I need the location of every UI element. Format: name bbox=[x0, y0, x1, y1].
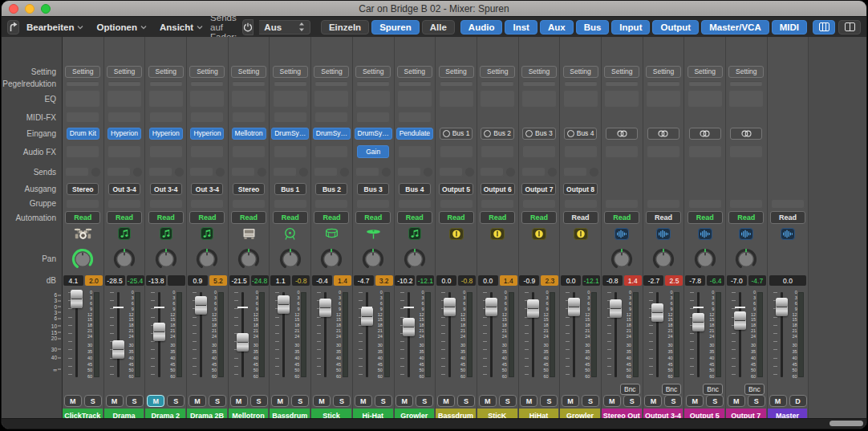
automation-button[interactable]: Read bbox=[107, 211, 142, 224]
fader-track[interactable] bbox=[739, 292, 741, 377]
eq-slot[interactable] bbox=[273, 90, 308, 108]
output-button[interactable]: Out 3-4 bbox=[108, 183, 140, 195]
input-button[interactable]: DrumSy… bbox=[271, 128, 309, 140]
volume-value[interactable]: 0.0 bbox=[436, 275, 456, 286]
fader-handle[interactable] bbox=[153, 323, 165, 341]
volume-value[interactable]: -10.2 bbox=[395, 275, 415, 286]
audio-fx-slot[interactable] bbox=[232, 145, 266, 158]
mute-button[interactable]: M bbox=[395, 395, 413, 407]
volume-value[interactable]: -2.7 bbox=[643, 275, 663, 286]
automation-button[interactable]: Read bbox=[480, 211, 515, 224]
automation-button[interactable]: Read bbox=[231, 211, 266, 224]
volume-value[interactable]: -7.0 bbox=[727, 275, 747, 286]
sends-on-fader-power-button[interactable] bbox=[242, 19, 254, 35]
mute-button[interactable]: M bbox=[355, 395, 372, 407]
send-knob[interactable] bbox=[299, 168, 308, 177]
solo-button[interactable]: S bbox=[623, 395, 641, 407]
input-button[interactable]: Drum Kit bbox=[67, 128, 99, 140]
mute-button[interactable]: M bbox=[271, 395, 289, 407]
send-slot[interactable] bbox=[273, 167, 297, 177]
audio-fx-slot[interactable] bbox=[729, 145, 763, 158]
filter-button-midi[interactable]: MIDI bbox=[772, 20, 807, 35]
input-button[interactable]: Hyperion bbox=[107, 128, 141, 140]
pan-knob[interactable] bbox=[319, 246, 343, 271]
eq-slot[interactable] bbox=[314, 90, 349, 108]
automation-button[interactable]: Read bbox=[770, 211, 805, 224]
automation-button[interactable]: Read bbox=[646, 211, 681, 224]
send-knob[interactable] bbox=[175, 168, 184, 177]
send-slot[interactable] bbox=[107, 167, 131, 177]
eq-slot[interactable] bbox=[107, 90, 142, 108]
output-button[interactable]: Output 8 bbox=[563, 183, 598, 195]
audio-fx-slot[interactable] bbox=[522, 145, 556, 158]
mute-button[interactable]: M bbox=[230, 395, 248, 407]
pan-knob[interactable] bbox=[610, 246, 634, 271]
fader-track[interactable] bbox=[697, 292, 700, 377]
group-slot[interactable] bbox=[481, 199, 514, 209]
audio-fx-slot[interactable] bbox=[440, 145, 473, 158]
eq-slot[interactable] bbox=[189, 90, 225, 108]
mute-button[interactable]: M bbox=[106, 395, 124, 407]
solo-button[interactable]: S bbox=[167, 395, 185, 407]
fader-handle[interactable] bbox=[527, 299, 539, 318]
volume-value[interactable]: 1.1 bbox=[270, 275, 290, 286]
pan-knob[interactable] bbox=[651, 246, 675, 271]
setting-button[interactable]: Setting bbox=[480, 66, 515, 78]
eq-slot[interactable] bbox=[480, 90, 515, 108]
volume-value[interactable]: -28.5 bbox=[105, 275, 125, 286]
peak-level-value[interactable]: 5.2 bbox=[209, 275, 227, 286]
send-knob[interactable] bbox=[548, 168, 557, 177]
solo-button[interactable]: S bbox=[126, 395, 144, 407]
format-button[interactable] bbox=[730, 128, 762, 140]
fader-handle[interactable] bbox=[485, 298, 497, 316]
fader-handle[interactable] bbox=[112, 340, 124, 359]
format-button[interactable] bbox=[689, 128, 721, 140]
automation-button[interactable]: Read bbox=[148, 211, 184, 224]
fader-track[interactable] bbox=[366, 292, 368, 377]
setting-button[interactable]: Setting bbox=[397, 66, 432, 78]
fader-handle[interactable] bbox=[692, 313, 704, 331]
fader-track[interactable] bbox=[117, 292, 120, 377]
sends-on-fader-select[interactable]: Aus bbox=[259, 20, 310, 35]
solo-button[interactable]: S bbox=[499, 395, 517, 407]
setting-button[interactable]: Setting bbox=[439, 66, 474, 78]
mute-button[interactable]: M bbox=[64, 395, 82, 407]
solo-button[interactable]: S bbox=[582, 395, 599, 407]
fader-handle[interactable] bbox=[651, 303, 663, 322]
fader-handle[interactable] bbox=[361, 307, 373, 326]
mute-button[interactable]: M bbox=[603, 395, 621, 407]
volume-value[interactable]: -4.7 bbox=[354, 275, 374, 286]
fader-handle[interactable] bbox=[444, 298, 456, 316]
bounce-button[interactable]: Bnc bbox=[703, 384, 723, 395]
mute-button[interactable]: M bbox=[313, 395, 331, 407]
solo-button[interactable]: S bbox=[250, 395, 268, 407]
group-slot[interactable] bbox=[356, 199, 390, 209]
volume-value[interactable]: 0.9 bbox=[188, 275, 208, 286]
fader-handle[interactable] bbox=[319, 299, 331, 317]
automation-button[interactable]: Read bbox=[604, 211, 639, 224]
peak-level-value[interactable]: -12.1 bbox=[416, 275, 434, 286]
eq-slot[interactable] bbox=[355, 90, 391, 108]
audio-fx-slot[interactable] bbox=[564, 145, 598, 158]
send-knob[interactable] bbox=[258, 168, 266, 177]
send-knob[interactable] bbox=[133, 168, 142, 177]
input-button[interactable]: Bus 4 bbox=[564, 128, 598, 140]
filter-button-input[interactable]: Input bbox=[611, 20, 650, 35]
mute-button[interactable]: M bbox=[728, 395, 745, 407]
automation-button[interactable]: Read bbox=[314, 211, 349, 224]
send-knob[interactable] bbox=[91, 168, 100, 177]
eq-slot[interactable] bbox=[604, 90, 639, 108]
view-button-einzeln[interactable]: Einzeln bbox=[321, 20, 369, 35]
volume-value[interactable]: -7.8 bbox=[685, 275, 705, 286]
setting-button[interactable]: Setting bbox=[563, 66, 598, 78]
group-slot[interactable] bbox=[647, 199, 680, 209]
mute-button[interactable]: M bbox=[147, 395, 164, 407]
peak-level-value[interactable]: 2.0 bbox=[85, 275, 103, 286]
fader-handle[interactable] bbox=[278, 295, 290, 314]
setting-button[interactable]: Setting bbox=[604, 66, 639, 78]
eq-slot[interactable] bbox=[148, 90, 184, 108]
input-button[interactable]: Hyperion bbox=[149, 128, 183, 140]
mute-button[interactable]: M bbox=[479, 395, 497, 407]
solo-button[interactable]: S bbox=[209, 395, 226, 407]
view-button-spuren[interactable]: Spuren bbox=[371, 20, 420, 35]
